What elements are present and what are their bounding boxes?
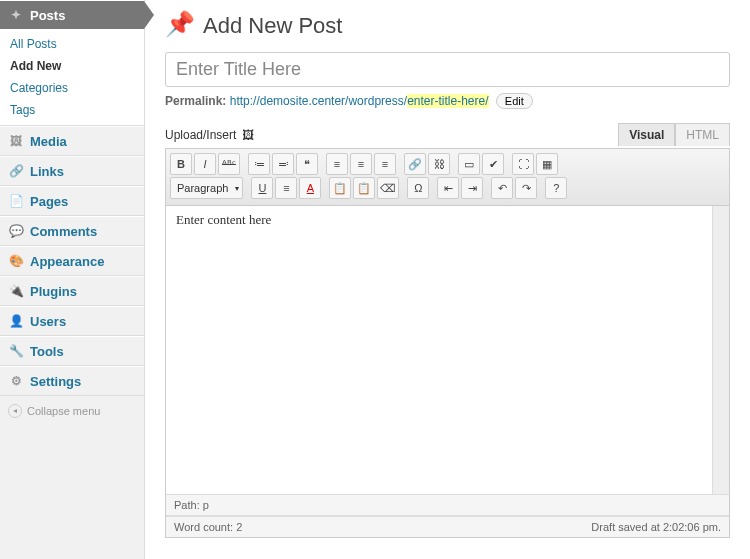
menu-label: Pages — [30, 194, 68, 209]
path-display: Path: p — [174, 499, 209, 511]
post-title-input[interactable] — [165, 52, 730, 87]
menu-label: Posts — [30, 8, 65, 23]
editor-toolbar: B I ᴬᴮᶜ ≔ ≕ ❝ ≡ ≡ ≡ 🔗 ⛓ ▭ ✔ — [166, 149, 729, 206]
link-button[interactable]: 🔗 — [404, 153, 426, 175]
upload-insert-label: Upload/Insert — [165, 128, 236, 142]
permalink-label: Permalink: — [165, 94, 226, 108]
add-media-icon[interactable]: 🖼 — [242, 128, 254, 142]
permalink-base: http://demosite.center/wordpress/ — [230, 94, 407, 108]
menu-pages[interactable]: 📄Pages — [0, 187, 144, 215]
unlink-button[interactable]: ⛓ — [428, 153, 450, 175]
users-icon: 👤 — [8, 313, 24, 329]
align-center-button[interactable]: ≡ — [350, 153, 372, 175]
tab-visual[interactable]: Visual — [618, 123, 675, 146]
page-icon: 📄 — [8, 193, 24, 209]
paste-word-button[interactable]: 📋 — [353, 177, 375, 199]
help-button[interactable]: ? — [545, 177, 567, 199]
menu-settings[interactable]: ⚙Settings — [0, 367, 144, 395]
submenu-add-new[interactable]: Add New — [0, 55, 144, 77]
link-icon: 🔗 — [8, 163, 24, 179]
menu-appearance[interactable]: 🎨Appearance — [0, 247, 144, 275]
comment-icon: 💬 — [8, 223, 24, 239]
menu-label: Plugins — [30, 284, 77, 299]
tab-html[interactable]: HTML — [675, 123, 730, 146]
menu-links[interactable]: 🔗Links — [0, 157, 144, 185]
page-title: 📌 Add New Post — [165, 10, 730, 42]
align-justify-button[interactable]: ≡ — [275, 177, 297, 199]
collapse-menu[interactable]: ◂ Collapse menu — [0, 396, 144, 426]
menu-label: Users — [30, 314, 66, 329]
submenu-categories[interactable]: Categories — [0, 77, 144, 99]
menu-posts[interactable]: ✦ Posts — [0, 1, 144, 29]
bullet-list-button[interactable]: ≔ — [248, 153, 270, 175]
menu-label: Links — [30, 164, 64, 179]
indent-button[interactable]: ⇥ — [461, 177, 483, 199]
editor: B I ᴬᴮᶜ ≔ ≕ ❝ ≡ ≡ ≡ 🔗 ⛓ ▭ ✔ — [165, 148, 730, 538]
pushpin-large-icon: 📌 — [165, 10, 197, 42]
content-editor[interactable]: Enter content here — [166, 206, 729, 494]
plugin-icon: 🔌 — [8, 283, 24, 299]
collapse-label: Collapse menu — [27, 405, 100, 417]
admin-sidebar: ✦ Posts All Posts Add New Categories Tag… — [0, 0, 145, 559]
edit-permalink-button[interactable]: Edit — [496, 93, 533, 109]
word-count: Word count: 2 — [174, 521, 242, 533]
strike-button[interactable]: ᴬᴮᶜ — [218, 153, 240, 175]
spellcheck-button[interactable]: ✔ — [482, 153, 504, 175]
kitchen-sink-button[interactable]: ▦ — [536, 153, 558, 175]
underline-button[interactable]: U — [251, 177, 273, 199]
settings-icon: ⚙ — [8, 373, 24, 389]
menu-tools[interactable]: 🔧Tools — [0, 337, 144, 365]
remove-format-button[interactable]: ⌫ — [377, 177, 399, 199]
fullscreen-button[interactable]: ⛶ — [512, 153, 534, 175]
blockquote-button[interactable]: ❝ — [296, 153, 318, 175]
text-color-button[interactable]: A — [299, 177, 321, 199]
pushpin-icon: ✦ — [8, 7, 24, 23]
menu-label: Settings — [30, 374, 81, 389]
align-right-button[interactable]: ≡ — [374, 153, 396, 175]
format-select[interactable]: Paragraph — [170, 177, 243, 199]
bold-button[interactable]: B — [170, 153, 192, 175]
collapse-icon: ◂ — [8, 404, 22, 418]
number-list-button[interactable]: ≕ — [272, 153, 294, 175]
submenu-all-posts[interactable]: All Posts — [0, 33, 144, 55]
italic-button[interactable]: I — [194, 153, 216, 175]
outdent-button[interactable]: ⇤ — [437, 177, 459, 199]
paste-text-button[interactable]: 📋 — [329, 177, 351, 199]
submenu-tags[interactable]: Tags — [0, 99, 144, 121]
menu-comments[interactable]: 💬Comments — [0, 217, 144, 245]
menu-users[interactable]: 👤Users — [0, 307, 144, 335]
menu-media[interactable]: 🖼Media — [0, 127, 144, 155]
menu-label: Tools — [30, 344, 64, 359]
menu-plugins[interactable]: 🔌Plugins — [0, 277, 144, 305]
submenu-posts: All Posts Add New Categories Tags — [0, 29, 144, 125]
media-icon: 🖼 — [8, 133, 24, 149]
permalink-row: Permalink: http://demosite.center/wordpr… — [165, 93, 730, 109]
main-content: 📌 Add New Post Permalink: http://demosit… — [145, 0, 750, 559]
redo-button[interactable]: ↷ — [515, 177, 537, 199]
menu-label: Comments — [30, 224, 97, 239]
menu-label: Appearance — [30, 254, 104, 269]
special-char-button[interactable]: Ω — [407, 177, 429, 199]
menu-label: Media — [30, 134, 67, 149]
tools-icon: 🔧 — [8, 343, 24, 359]
more-tag-button[interactable]: ▭ — [458, 153, 480, 175]
draft-saved-status: Draft saved at 2:02:06 pm. — [591, 521, 721, 533]
permalink-slug: enter-title-here/ — [407, 94, 488, 108]
appearance-icon: 🎨 — [8, 253, 24, 269]
align-left-button[interactable]: ≡ — [326, 153, 348, 175]
undo-button[interactable]: ↶ — [491, 177, 513, 199]
